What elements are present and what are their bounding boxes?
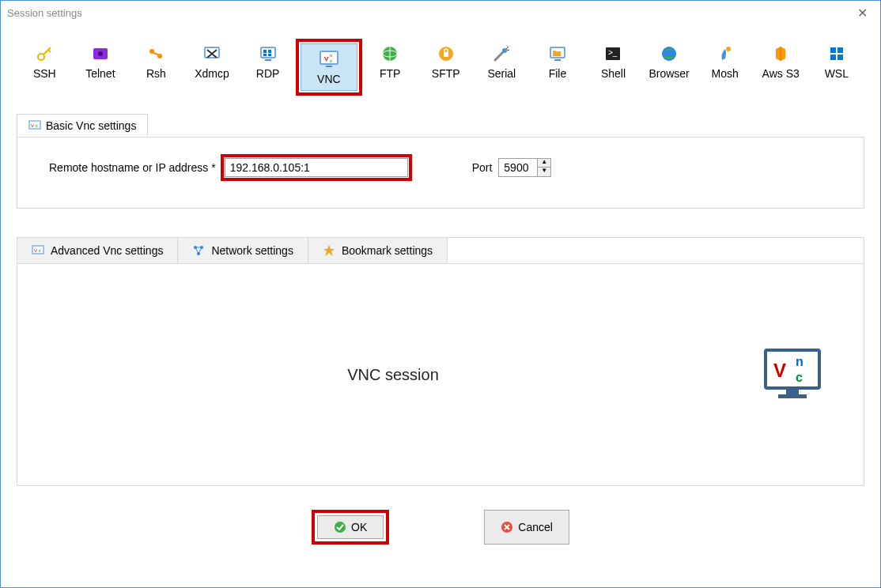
svg-text:>_: >_ [608,48,618,57]
vnc-highlight: Vnc VNC [296,39,362,96]
session-title: VNC session [347,366,439,384]
file-icon [547,43,568,64]
svg-rect-10 [263,50,267,53]
close-icon[interactable]: ✕ [851,2,874,24]
window-title: Session settings [7,7,82,19]
browser-icon [659,43,679,64]
svg-rect-14 [265,59,271,61]
vnc-icon: Vnc [319,49,339,70]
protocol-label: Serial [487,67,516,80]
protocol-label: Telnet [85,67,115,80]
svg-rect-8 [205,47,219,58]
svg-text:c: c [796,371,803,384]
host-label: Remote hostname or IP address * [49,161,216,174]
host-input[interactable] [225,158,408,177]
ok-button[interactable]: OK [317,515,384,539]
rsh-icon [146,43,166,64]
advanced-pane: Vc Advanced Vnc settings Network setting… [17,237,864,486]
protocol-rsh[interactable]: Rsh [128,39,184,96]
svg-rect-35 [838,47,843,53]
svg-rect-13 [268,54,271,56]
telnet-icon [90,43,111,64]
protocol-file[interactable]: File [530,39,586,96]
host-highlight [221,154,412,181]
protocol-serial[interactable]: Serial [474,39,530,96]
svg-text:V: V [31,123,34,128]
protocol-label: RDP [256,67,280,80]
protocol-label: VNC [317,73,341,85]
cancel-icon [501,521,513,533]
protocol-xdmcp[interactable]: Xdmcp [184,39,240,96]
protocol-label: WSL [825,67,849,80]
protocol-label: FTP [380,67,400,80]
svg-text:n: n [330,53,332,58]
protocol-label: Aws S3 [762,67,800,80]
svg-rect-52 [778,394,807,398]
svg-point-4 [98,51,103,56]
svg-text:V: V [324,55,329,62]
tab-basic-vnc[interactable]: Vc Basic Vnc settings [17,114,148,137]
protocol-rdp[interactable]: RDP [240,39,296,96]
port-spin-down[interactable]: ▼ [538,168,550,176]
protocol-aws-s3[interactable]: Aws S3 [753,39,809,96]
check-icon [334,521,346,533]
sftp-icon [436,43,456,64]
svg-rect-12 [263,54,267,56]
ok-label: OK [351,521,367,533]
serial-icon [491,43,512,64]
protocol-label: Rsh [146,67,166,80]
protocol-label: File [549,67,567,80]
svg-rect-51 [786,388,799,394]
svg-text:V: V [34,248,37,253]
port-spinner: ▲ ▼ [538,158,551,177]
svg-text:n: n [796,355,803,368]
protocol-browser[interactable]: Browser [641,39,698,96]
vnc-small-icon: Vc [32,245,44,256]
protocol-mosh[interactable]: Mosh [697,39,753,96]
star-icon [323,244,335,257]
shell-icon: >_ [603,43,623,64]
titlebar: Session settings ✕ [1,1,880,24]
svg-point-53 [335,522,346,533]
cancel-label: Cancel [518,521,553,533]
rdp-icon [258,43,278,64]
protocol-sftp[interactable]: SFTP [418,39,474,96]
svg-rect-36 [830,55,836,60]
port-label: Port [472,161,493,174]
svg-point-32 [662,47,676,61]
network-icon [192,244,205,257]
svg-line-27 [507,50,509,51]
protocol-toolbar: SSH Telnet Rsh Xdmcp RDP Vnc VNC [1,24,880,104]
svg-text:c: c [330,58,332,63]
basic-settings-pane: Vc Basic Vnc settings Remote hostname or… [17,137,864,209]
svg-point-0 [38,54,44,60]
svg-point-33 [726,47,731,51]
tab-advanced-vnc[interactable]: Vc Advanced Vnc settings [17,238,178,263]
port-input[interactable] [498,158,538,177]
ftp-icon [380,43,400,64]
key-icon [34,43,55,64]
svg-text:V: V [773,360,786,381]
protocol-ssh[interactable]: SSH [17,39,73,96]
cancel-button[interactable]: Cancel [484,510,569,545]
vnc-small-icon: Vc [28,120,41,131]
svg-rect-37 [838,55,843,60]
protocol-shell[interactable]: >_ Shell [585,39,641,96]
protocol-label: Browser [648,67,689,80]
tab-label: Basic Vnc settings [46,119,136,132]
tab-network-settings[interactable]: Network settings [178,238,308,263]
aws-s3-icon [770,43,791,64]
svg-rect-19 [326,66,332,67]
protocol-ftp[interactable]: FTP [362,39,418,96]
protocol-vnc[interactable]: Vnc VNC [301,43,357,91]
protocol-telnet[interactable]: Telnet [73,39,129,96]
protocol-label: Mosh [712,67,739,80]
tab-bookmark-settings[interactable]: Bookmark settings [308,238,448,263]
tab-label: Advanced Vnc settings [51,244,163,257]
protocol-label: Shell [601,67,626,80]
protocol-wsl[interactable]: WSL [809,39,865,96]
ok-highlight: OK [312,510,389,545]
protocol-label: SFTP [432,67,460,80]
button-row: OK Cancel [1,486,880,557]
mosh-icon [715,43,735,64]
